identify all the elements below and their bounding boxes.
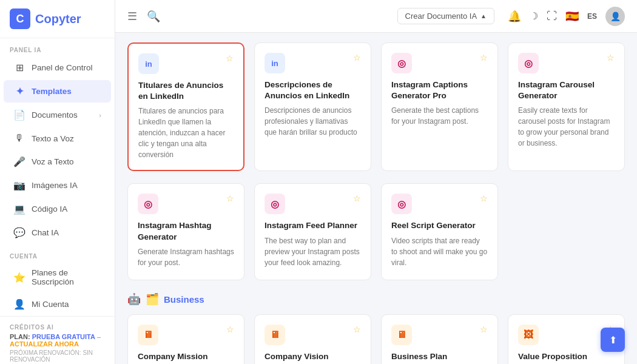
user-icon: 👤 [13, 298, 25, 310]
card-title: Instagram Hashtag Generator [138, 220, 234, 242]
plan-upgrade-link[interactable]: ACTUALIZAR AHORA [10, 340, 79, 348]
card-instagram-feed[interactable]: ◎ ☆ Instagram Feed Planner The best way … [254, 183, 371, 280]
sidebar-item-chat-ia[interactable]: 💬 Chat IA [4, 221, 111, 244]
sidebar-item-documentos[interactable]: 📄 Documentos › [4, 104, 111, 126]
plan-sep: – [97, 333, 101, 340]
card-title: Value Proposition Generator [518, 351, 615, 364]
star-icon[interactable]: ☆ [480, 325, 488, 334]
expand-icon[interactable]: ⛶ [547, 10, 557, 22]
card-business-plan[interactable]: 🖥 ☆ Business Plan Generator Use this tem… [381, 314, 498, 364]
card-header: ◎ ☆ [138, 194, 234, 214]
sidebar-section-panel-label: PANEL IA [0, 38, 115, 56]
card-descripciones-linkedin[interactable]: in ☆ Descripciones de Anuncios en Linked… [254, 42, 371, 171]
empty-card [508, 183, 625, 280]
camera-icon: 📷 [13, 180, 25, 191]
sidebar-item-voz-texto[interactable]: 🎤 Voz a Texto [4, 150, 111, 173]
logo-icon: C [10, 8, 30, 29]
document-icon: 📄 [13, 109, 25, 121]
sidebar-item-texto-voz[interactable]: 🎙 Texto a Voz [4, 127, 111, 149]
cards-grid-row2: ◎ ☆ Instagram Hashtag Generator Generate… [127, 183, 625, 280]
instagram-icon: ◎ [138, 194, 158, 214]
topbar-actions: 🔔 ☽ ⛶ 🇪🇸 ES 👤 [508, 7, 625, 26]
crear-documento-button[interactable]: Crear Documento IA ▲ [397, 8, 494, 24]
scroll-up-button[interactable]: ⬆ [601, 328, 625, 352]
sidebar-item-label: Código IA [32, 204, 67, 214]
star-icon[interactable]: ☆ [480, 53, 488, 62]
sidebar-creditos-label: CRÉDITOS AI [10, 324, 105, 333]
topbar: ☰ 🔍 Crear Documento IA ▲ 🔔 ☽ ⛶ 🇪🇸 ES 👤 [115, 0, 637, 33]
card-desc: The best way to plan and preview your In… [265, 235, 361, 268]
sidebar-item-codigo-ia[interactable]: 💻 Código IA [4, 198, 111, 220]
card-header: 🖥 ☆ [391, 325, 488, 345]
card-desc: Video scripts that are ready to shoot an… [391, 235, 488, 268]
code-icon: 💻 [13, 203, 25, 215]
business-section-heading: 🤖 🗂️ Business [127, 292, 625, 306]
search-icon[interactable]: 🔍 [147, 10, 160, 23]
avatar[interactable]: 👤 [605, 7, 625, 26]
star-icon[interactable]: ☆ [226, 325, 234, 334]
star-icon[interactable]: ☆ [226, 194, 234, 203]
sidebar-item-mi-cuenta[interactable]: 👤 Mi Cuenta [4, 293, 111, 315]
star-icon: ⭐ [13, 272, 25, 283]
instagram-icon: ◎ [518, 53, 539, 73]
menu-icon[interactable]: ☰ [127, 10, 137, 23]
card-desc: Titulares de anuncios para LinkedIn que … [138, 106, 234, 160]
business-emoji: 🤖 [127, 292, 141, 306]
card-company-vision[interactable]: 🖥 ☆ Company Vision Generator Generate vi… [254, 314, 371, 364]
flag-icon[interactable]: 🇪🇸 [565, 10, 579, 23]
card-header: ◎ ☆ [391, 194, 488, 214]
sidebar-item-planes[interactable]: ⭐ Planes de Suscripción [4, 263, 111, 292]
sidebar-item-label: Chat IA [32, 228, 59, 237]
main-content: ☰ 🔍 Crear Documento IA ▲ 🔔 ☽ ⛶ 🇪🇸 ES 👤 i… [115, 0, 637, 364]
card-title: Instagram Feed Planner [265, 220, 361, 231]
business-icon: 🖥 [138, 325, 158, 345]
chat-icon: 💬 [13, 227, 25, 238]
sidebar-item-label: Mi Cuenta [32, 300, 69, 309]
sidebar-item-templates[interactable]: ✦ Templates [4, 80, 111, 103]
business-folder-icon: 🗂️ [146, 292, 159, 306]
business-icon: 🖾 [518, 325, 539, 345]
mic2-icon: 🎤 [13, 156, 25, 167]
linkedin-icon: in [138, 53, 159, 74]
card-instagram-hashtag[interactable]: ◎ ☆ Instagram Hashtag Generator Generate… [127, 183, 244, 280]
grid-icon: ⊞ [13, 62, 25, 73]
star-icon[interactable]: ☆ [353, 194, 361, 203]
card-title: Instagram Captions Generator Pro [391, 79, 488, 101]
content-area: in ☆ Titulares de Anuncios en LinkedIn T… [115, 33, 637, 364]
plan-name-link[interactable]: PRUEBA GRATUITA [32, 333, 95, 340]
star-icon[interactable]: ☆ [607, 53, 615, 62]
card-title: Reel Script Generator [391, 220, 488, 231]
bell-icon[interactable]: 🔔 [508, 10, 521, 23]
star-icon[interactable]: ☆ [480, 194, 488, 203]
card-title: Descripciones de Anuncios en LinkedIn [265, 79, 361, 101]
card-instagram-captions-pro[interactable]: ◎ ☆ Instagram Captions Generator Pro Gen… [381, 42, 498, 171]
card-reel-script[interactable]: ◎ ☆ Reel Script Generator Video scripts … [381, 183, 498, 280]
sidebar-item-imagenes-ia[interactable]: 📷 Imágenes IA [4, 174, 111, 197]
star-icon[interactable]: ☆ [226, 53, 234, 63]
mic-icon: 🎙 [13, 133, 25, 144]
cards-grid-business: 🖥 ☆ Company Mission Generator Generate m… [127, 314, 625, 364]
star-icon[interactable]: ☆ [353, 53, 361, 62]
card-title: Titulares de Anuncios en LinkedIn [138, 80, 234, 102]
card-header: in ☆ [138, 53, 234, 74]
business-heading-text: Business [164, 294, 204, 305]
card-header: ◎ ☆ [391, 53, 488, 73]
crear-label: Crear Documento IA [405, 12, 477, 21]
moon-icon[interactable]: ☽ [530, 10, 538, 22]
card-titulares-linkedin[interactable]: in ☆ Titulares de Anuncios en LinkedIn T… [127, 42, 244, 171]
card-desc: Generate the best captions for your Inst… [391, 105, 488, 127]
sidebar-item-label: Panel de Control [32, 63, 93, 72]
sidebar-item-label: Texto a Voz [32, 134, 74, 143]
card-company-mission[interactable]: 🖥 ☆ Company Mission Generator Generate m… [127, 314, 244, 364]
sidebar-item-panel-control[interactable]: ⊞ Panel de Control [4, 56, 111, 79]
templates-icon: ✦ [13, 86, 25, 97]
business-icon: 🖥 [391, 325, 412, 345]
business-icon: 🖥 [265, 325, 285, 345]
card-instagram-carousel[interactable]: ◎ ☆ Instagram Carousel Generator Easily … [508, 42, 625, 171]
logo-text: Copyter [35, 12, 81, 26]
sidebar-item-label: Imágenes IA [32, 181, 78, 190]
card-header: ◎ ☆ [265, 194, 361, 214]
star-icon[interactable]: ☆ [353, 325, 361, 334]
sidebar-item-label: Planes de Suscripción [32, 268, 101, 286]
card-header: in ☆ [265, 53, 361, 73]
